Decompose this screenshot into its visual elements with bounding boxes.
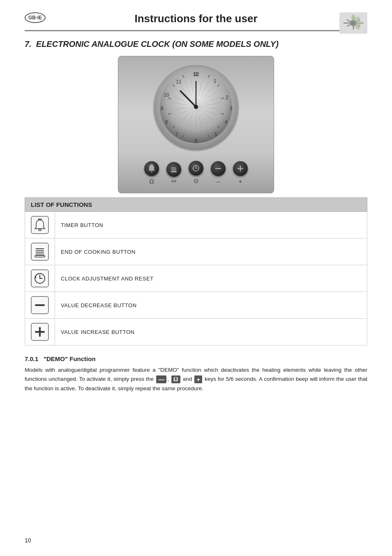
minus-button-icon[interactable] bbox=[211, 161, 226, 176]
clock-container: 12 1 2 3 4 5 6 7 8 bbox=[25, 56, 367, 193]
plus-func-icon bbox=[31, 323, 49, 341]
cooking-func-icon bbox=[31, 243, 49, 261]
svg-text:3: 3 bbox=[230, 106, 233, 111]
gb-ie-text: GB-IE bbox=[28, 15, 42, 21]
table-header-cell: LIST OF FUNCTIONS bbox=[25, 198, 367, 212]
subsection-title-text: "DEMO" Function bbox=[44, 355, 96, 362]
svg-rect-72 bbox=[171, 171, 177, 172]
icon-cell-minus bbox=[25, 292, 55, 319]
functions-table: LIST OF FUNCTIONS TIMER BUTTON bbox=[25, 197, 367, 345]
svg-text:4: 4 bbox=[225, 119, 228, 125]
minus-symbol: — bbox=[156, 375, 166, 384]
icon-cell-cooking bbox=[25, 239, 55, 265]
icon-cell-plus bbox=[25, 319, 55, 345]
clock-adjust-label: ⊙ bbox=[194, 177, 199, 185]
brand-logo-icon bbox=[339, 12, 367, 34]
timer-button-label: TIMER BUTTON bbox=[55, 212, 367, 239]
table-row: TIMER BUTTON bbox=[25, 212, 367, 239]
logo-right bbox=[339, 12, 367, 35]
minus-label: – bbox=[217, 178, 220, 185]
svg-point-11 bbox=[351, 21, 356, 25]
subsection-body: Models with analogue/digital programmer … bbox=[25, 366, 367, 393]
icon-cell-clock bbox=[25, 265, 55, 292]
bell-symbol: Ω bbox=[171, 375, 180, 384]
gb-ie-badge: GB-IE bbox=[25, 12, 46, 23]
svg-text:5: 5 bbox=[214, 132, 217, 137]
svg-point-52 bbox=[194, 105, 198, 109]
timer-func-icon bbox=[31, 216, 49, 234]
svg-text:1: 1 bbox=[214, 78, 217, 84]
page: GB-IE Instructions for the user bbox=[0, 0, 392, 556]
table-row: CLOCK ADJUSTMENT AND RESET bbox=[25, 265, 367, 292]
plus-button-icon[interactable] bbox=[233, 161, 248, 176]
page-header: GB-IE Instructions for the user bbox=[25, 12, 367, 31]
subsection-number: 7.0.1 bbox=[25, 355, 38, 362]
subsection-701: 7.0.1 "DEMO" Function Models with analog… bbox=[25, 355, 367, 393]
clock-adjust-label: CLOCK ADJUSTMENT AND RESET bbox=[55, 265, 367, 292]
buttons-row: Ω ≡≡ bbox=[144, 161, 248, 185]
svg-rect-67 bbox=[151, 171, 152, 172]
svg-text:10: 10 bbox=[164, 92, 169, 98]
subsection-title: 7.0.1 "DEMO" Function bbox=[25, 355, 367, 362]
icon-cell-timer bbox=[25, 212, 55, 239]
clock-func-icon bbox=[31, 269, 49, 287]
page-title: Instructions for the user bbox=[134, 12, 257, 25]
table-header-row: LIST OF FUNCTIONS bbox=[25, 198, 367, 212]
svg-text:11: 11 bbox=[176, 79, 182, 85]
minus-func-icon bbox=[31, 296, 49, 314]
table-row: END OF COOKING BUTTON bbox=[25, 239, 367, 265]
clock-panel: 12 1 2 3 4 5 6 7 8 bbox=[118, 56, 274, 193]
svg-rect-88 bbox=[35, 304, 45, 306]
section-title-text: ELECTRONIC ANALOGUE CLOCK (ON SOME MODEL… bbox=[36, 39, 279, 49]
plus-symbol: + bbox=[194, 375, 202, 384]
table-row: VALUE DECREASE BUTTON bbox=[25, 292, 367, 319]
logo-left: GB-IE bbox=[25, 12, 46, 23]
section-number: 7. bbox=[25, 39, 32, 49]
timer-label: Ω bbox=[149, 178, 154, 185]
svg-text:8: 8 bbox=[165, 119, 168, 125]
cooking-label: ≡≡ bbox=[171, 178, 177, 183]
clock-svg: 12 1 2 3 4 5 6 7 8 bbox=[151, 63, 241, 153]
clock-adjust-button-icon[interactable] bbox=[189, 161, 203, 176]
cooking-button-label: END OF COOKING BUTTON bbox=[55, 239, 367, 265]
svg-text:7: 7 bbox=[175, 132, 178, 137]
timer-button-icon[interactable] bbox=[144, 161, 159, 176]
page-number: 10 bbox=[25, 537, 31, 544]
svg-rect-90 bbox=[39, 327, 41, 337]
plus-button-label: VALUE INCREASE BUTTON bbox=[55, 319, 367, 345]
minus-button-label: VALUE DECREASE BUTTON bbox=[55, 292, 367, 319]
clock-face: 12 1 2 3 4 5 6 7 8 bbox=[151, 63, 241, 153]
cooking-button-icon[interactable] bbox=[166, 162, 181, 177]
svg-text:2: 2 bbox=[226, 95, 228, 100]
section-title: 7. ELECTRONIC ANALOGUE CLOCK (ON SOME MO… bbox=[25, 39, 367, 49]
plus-label: + bbox=[239, 178, 242, 185]
svg-rect-77 bbox=[39, 229, 41, 231]
svg-text:9: 9 bbox=[161, 106, 164, 111]
svg-rect-83 bbox=[35, 255, 45, 257]
table-row: VALUE INCREASE BUTTON bbox=[25, 319, 367, 345]
